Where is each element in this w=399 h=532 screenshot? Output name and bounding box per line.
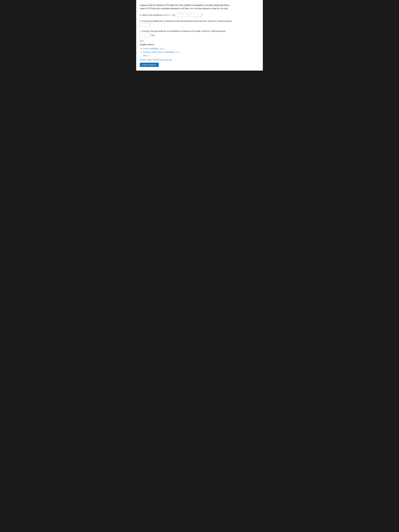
hint-link[interactable]: Hint — [143, 55, 147, 57]
helpful-videos-label: Helpful videos: — [140, 43, 259, 46]
hint-external-icon: 🔗 — [148, 55, 149, 57]
part-c-input-row: feet — [140, 33, 259, 37]
video2-item: Finding a Value Given a Probability 🔗 [+… — [143, 51, 259, 54]
question-help-label: Question Help: — [140, 59, 152, 61]
part-b-input[interactable] — [140, 23, 150, 27]
part-c: c. Find the 70th percentile for the dist… — [140, 30, 259, 37]
part-c-text: c. Find the 70th percentile for the dist… — [140, 30, 259, 33]
part-b-input-row — [140, 23, 259, 27]
external-link-icon-1: 🔗 — [159, 48, 161, 50]
part-b-text: b. Find the probability that a randomly … — [140, 19, 259, 23]
mail-icon — [153, 59, 155, 61]
hint-section: Hint: Helpful videos: Find a Probability… — [140, 40, 259, 57]
part-a-input1[interactable] — [175, 13, 187, 17]
video1-item: Find a Probability 🔗 [+] — [143, 47, 259, 50]
part-c-input[interactable] — [140, 33, 150, 37]
submit-question-button[interactable]: Submit Question — [140, 63, 159, 67]
dark-background-area — [136, 71, 263, 123]
part-b: b. Find the probability that a randomly … — [140, 19, 259, 27]
video1-plus: [+] — [162, 48, 164, 50]
part-a-label: a. What is the distribution of X? X ~ N(… — [140, 13, 259, 17]
message-instructor-link[interactable]: Message instructor — [156, 59, 172, 61]
part-a: a. What is the distribution of X? X ~ N(… — [140, 13, 259, 17]
hint-label: Hint: — [140, 40, 259, 42]
video2-link[interactable]: Finding a Value Given a Probability — [143, 51, 174, 53]
video1-link[interactable]: Find a Probability — [143, 47, 159, 50]
external-link-icon-2: 🔗 — [175, 51, 176, 53]
video-list: Find a Probability 🔗 [+] Finding a Value… — [140, 47, 259, 54]
part-a-input2[interactable] — [190, 13, 201, 17]
feet-label: feet — [151, 34, 155, 37]
video2-plus: [+] — [177, 51, 179, 53]
hint-link-row: Hint 🔗 — [140, 55, 259, 57]
question-text: Suppose that the distance of fly balls h… — [140, 4, 259, 10]
question-help-row: Question Help: Message instructor — [140, 59, 259, 61]
